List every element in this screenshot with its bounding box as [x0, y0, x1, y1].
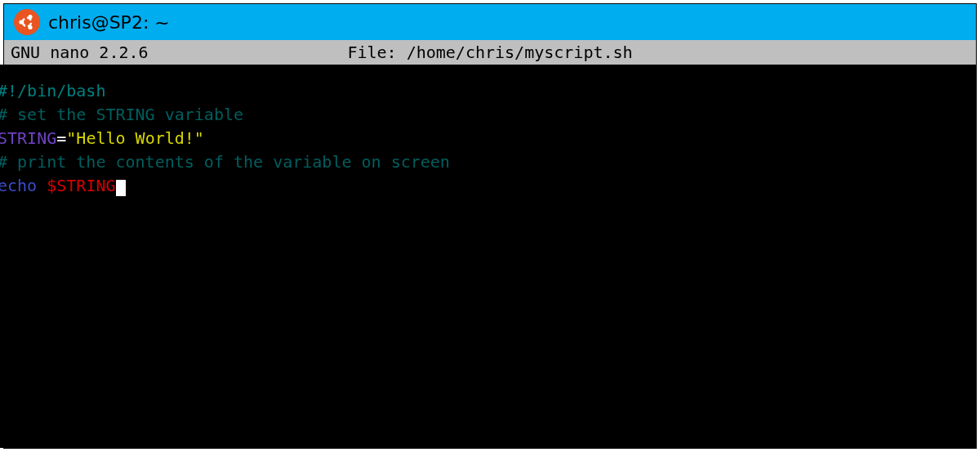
equals-sign: = [56, 128, 66, 148]
code-line: echo $STRING [0, 174, 976, 198]
editor-area[interactable]: #!/bin/bash # set the STRING variable ST… [0, 65, 976, 448]
shebang: #!/bin/bash [0, 81, 105, 101]
terminal-window: chris@SP2: ~ GNU nano 2.2.6 File: /home/… [3, 3, 977, 449]
comment: # set the STRING variable [0, 105, 243, 124]
code-line: STRING="Hello World!" [0, 127, 976, 150]
titlebar[interactable]: chris@SP2: ~ [4, 4, 976, 40]
ubuntu-icon [14, 9, 40, 35]
text-cursor [116, 180, 126, 196]
variable-ref: $STRING [47, 176, 115, 195]
nano-statusbar: GNU nano 2.2.6 File: /home/chris/myscrip… [4, 40, 976, 65]
nano-filename: File: /home/chris/myscript.sh [347, 43, 632, 62]
nano-version: GNU nano 2.2.6 [11, 43, 149, 62]
comment: # print the contents of the variable on … [0, 152, 450, 172]
window-title: chris@SP2: ~ [48, 12, 170, 33]
code-line: # set the STRING variable [0, 103, 976, 127]
string-literal: "Hello World!" [66, 128, 204, 148]
code-line: # print the contents of the variable on … [0, 150, 976, 174]
code-line: #!/bin/bash [0, 79, 976, 103]
command: echo [0, 176, 47, 195]
variable-name: STRING [0, 128, 56, 148]
